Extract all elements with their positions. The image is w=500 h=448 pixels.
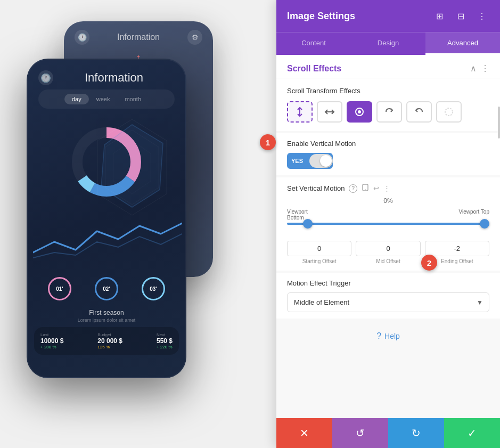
tab-design[interactable]: Design bbox=[351, 32, 425, 55]
yes-toggle[interactable]: YES bbox=[287, 153, 333, 169]
mid-offset-group: Mid Offset bbox=[356, 241, 420, 264]
stats-row: 01' 02' 03' bbox=[28, 273, 185, 307]
toggle-row: YES bbox=[287, 153, 489, 169]
transform-btn-blur[interactable] bbox=[436, 101, 462, 123]
starting-offset-group: Starting Offset bbox=[287, 241, 351, 264]
transform-btn-scale[interactable] bbox=[406, 101, 432, 123]
cancel-button[interactable]: ✕ bbox=[276, 418, 332, 448]
phone-main: 🕐 Information day week month bbox=[27, 59, 186, 378]
chart-area bbox=[28, 114, 185, 210]
svg-rect-18 bbox=[363, 184, 368, 191]
horizontal-arrows-icon bbox=[324, 107, 335, 117]
motion-more-icon[interactable]: ⋮ bbox=[383, 184, 390, 192]
starting-offset-label: Starting Offset bbox=[287, 258, 351, 264]
motion-undo-icon[interactable]: ↩ bbox=[373, 184, 379, 192]
phone-main-header: 🕐 Information bbox=[28, 60, 185, 89]
inputs-row: Starting Offset Mid Offset Ending Offset bbox=[287, 241, 489, 264]
stat-item-3: 03' bbox=[142, 277, 165, 303]
slider-thumb-right[interactable] bbox=[480, 219, 489, 229]
redo-button[interactable]: ↻ bbox=[388, 418, 444, 448]
stat-circle-1: 01' bbox=[48, 277, 71, 300]
collapse-icon[interactable]: ∧ bbox=[470, 63, 477, 74]
help-label: Help bbox=[384, 332, 400, 340]
radar-chart-main bbox=[84, 114, 180, 221]
panel-content: Scroll Effects ∧ ⋮ Scroll Transform Effe… bbox=[276, 55, 500, 418]
svg-point-17 bbox=[445, 108, 453, 116]
blur-icon bbox=[444, 107, 454, 117]
trigger-select[interactable]: Middle of Element Top of Element Bottom … bbox=[287, 292, 489, 312]
mid-offset-input[interactable] bbox=[356, 241, 420, 256]
transform-btn-horizontal[interactable] bbox=[317, 101, 342, 123]
slider-container[interactable]: Viewport Bottom Viewport Top bbox=[287, 209, 489, 232]
reset-button[interactable]: ↺ bbox=[332, 418, 388, 448]
tab-day: day bbox=[64, 94, 89, 104]
season-label: First season bbox=[28, 307, 185, 317]
tab-week: week bbox=[89, 94, 118, 104]
phone-tabs: day week month bbox=[38, 89, 175, 109]
motion-header: Set Vertical Motion ? ↩ ⋮ bbox=[287, 184, 489, 193]
toggle-label: Enable Vertical Motion bbox=[287, 140, 489, 148]
stat-circle-3: 03' bbox=[142, 277, 165, 300]
svg-point-16 bbox=[358, 110, 361, 113]
motion-info-icon[interactable]: ? bbox=[349, 184, 357, 193]
mid-offset-label: Mid Offset bbox=[356, 258, 420, 264]
viewport-bottom-label: Viewport Bottom bbox=[287, 209, 319, 221]
panel-title: Image Settings bbox=[287, 11, 355, 22]
yes-text: YES bbox=[287, 158, 307, 164]
stat-item-1: 01' bbox=[48, 277, 71, 303]
save-button[interactable]: ✓ bbox=[444, 418, 500, 448]
history-icon-bg: 🕐 bbox=[75, 30, 89, 45]
history-icon-main: 🕐 bbox=[38, 70, 53, 85]
svg-marker-12 bbox=[101, 125, 163, 207]
slider-track-wrapper[interactable] bbox=[287, 223, 489, 232]
slider-labels: Viewport Bottom Viewport Top bbox=[287, 209, 489, 221]
section-header-icons: ∧ ⋮ bbox=[470, 63, 489, 74]
transform-buttons-row bbox=[287, 101, 489, 123]
scrollbar-indicator[interactable] bbox=[498, 107, 500, 139]
motion-section: Set Vertical Motion ? ↩ ⋮ 0% Viewport Bo… bbox=[276, 177, 500, 271]
motion-percent: 0% bbox=[287, 197, 489, 205]
motion-title: Set Vertical Motion bbox=[287, 184, 345, 192]
more-icon[interactable]: ⋮ bbox=[474, 9, 489, 23]
panel-header-icons: ⊞ ⊟ ⋮ bbox=[432, 9, 489, 23]
slider-thumb-left[interactable] bbox=[303, 219, 313, 229]
tab-month: month bbox=[117, 94, 149, 104]
annotation-2: 2 bbox=[421, 255, 437, 271]
transform-btn-vertical[interactable] bbox=[287, 101, 313, 123]
trigger-section: Motion Effect Trigger Middle of Element … bbox=[276, 273, 500, 319]
transform-label: Scroll Transform Effects bbox=[287, 87, 489, 95]
save-icon: ✓ bbox=[468, 427, 477, 439]
transform-btn-fade[interactable] bbox=[347, 101, 372, 123]
columns-icon[interactable]: ⊟ bbox=[453, 9, 468, 23]
phone-main-title: Information bbox=[53, 71, 175, 85]
toggle-knob bbox=[320, 155, 332, 167]
tab-advanced[interactable]: Advanced bbox=[425, 32, 500, 55]
toggle-track bbox=[309, 154, 333, 168]
phone-bg-title: Information bbox=[89, 32, 187, 42]
vertical-arrows-icon bbox=[294, 107, 305, 117]
stat-item-2: 02' bbox=[95, 277, 118, 303]
transform-btn-rotate[interactable] bbox=[376, 101, 402, 123]
settings-icon-bg: ⚙ bbox=[187, 30, 202, 45]
toggle-section: Enable Vertical Motion YES bbox=[276, 133, 500, 175]
fade-icon bbox=[354, 107, 365, 117]
phone-bg-header: 🕐 Information ⚙ bbox=[64, 21, 213, 49]
section-more-icon[interactable]: ⋮ bbox=[481, 63, 489, 74]
help-link[interactable]: ? Help bbox=[287, 331, 489, 341]
scale-icon bbox=[414, 107, 424, 117]
expand-icon[interactable]: ⊞ bbox=[432, 9, 447, 23]
starting-offset-input[interactable] bbox=[287, 241, 351, 256]
panel-tabs: Content Design Advanced bbox=[276, 32, 500, 55]
cancel-icon: ✕ bbox=[300, 427, 309, 439]
reset-icon: ↺ bbox=[356, 427, 365, 439]
stat-next: Next 550 $ + 220 % bbox=[157, 332, 173, 349]
trigger-select-wrapper: Middle of Element Top of Element Bottom … bbox=[287, 292, 489, 312]
ending-offset-input[interactable] bbox=[425, 241, 489, 256]
settings-panel: Image Settings ⊞ ⊟ ⋮ Content Design Adva… bbox=[276, 0, 500, 448]
tab-content[interactable]: Content bbox=[276, 32, 351, 55]
motion-device-icon[interactable] bbox=[362, 184, 369, 193]
stat-circle-2: 02' bbox=[95, 277, 118, 300]
help-question-icon: ? bbox=[376, 331, 381, 341]
scroll-effects-header: Scroll Effects ∧ ⋮ bbox=[276, 55, 500, 78]
bottom-toolbar: ✕ ↺ ↻ ✓ bbox=[276, 418, 500, 448]
